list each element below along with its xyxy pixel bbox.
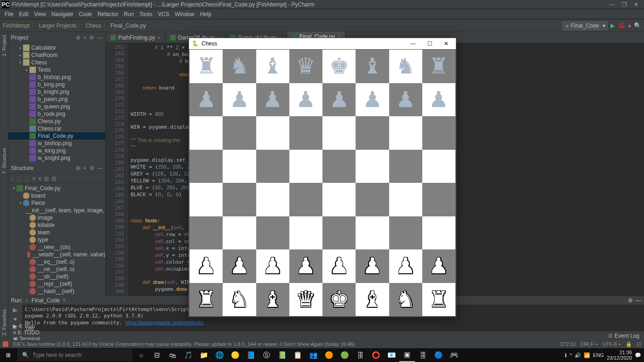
inspection-icon[interactable]: ☑ xyxy=(637,341,641,347)
volume-icon[interactable]: 🔊 xyxy=(575,352,581,358)
w_pawn-piece[interactable]: ♟ xyxy=(329,255,349,277)
chess-square[interactable]: ♟ xyxy=(190,83,223,117)
chess-square[interactable]: ♟ xyxy=(422,83,455,117)
cortana-icon[interactable]: ○ xyxy=(133,348,149,362)
structure-item[interactable]: ▾Final_Code.py xyxy=(8,185,105,192)
chess-square[interactable] xyxy=(322,216,356,250)
menu-refactor[interactable]: Refactor xyxy=(95,11,121,17)
chess-square[interactable]: ♟ xyxy=(289,249,322,283)
chess-square[interactable]: ♟ xyxy=(389,249,422,283)
chess-square[interactable]: ♟ xyxy=(422,249,455,283)
menu-run[interactable]: Run xyxy=(121,11,137,17)
settings-icon[interactable]: ⚙ xyxy=(89,165,94,171)
chess-square[interactable]: ♝ xyxy=(356,50,389,83)
chess-square[interactable]: ♟ xyxy=(356,249,389,283)
taskview-icon[interactable]: ⊟ xyxy=(149,348,165,362)
project-item[interactable]: ▸Tests xyxy=(8,66,105,74)
stop-icon[interactable]: ■ xyxy=(14,316,17,322)
structure-item[interactable]: team xyxy=(8,229,105,236)
blender-icon[interactable]: 🟠 xyxy=(321,348,337,362)
structure-item[interactable]: type xyxy=(8,236,105,243)
structure-tab[interactable]: 7: Structure xyxy=(1,148,7,174)
chess-square[interactable] xyxy=(190,116,223,150)
lock-icon[interactable]: 🔒 xyxy=(626,341,632,347)
search-icon[interactable]: 🔍 xyxy=(634,22,641,29)
skype-icon[interactable]: Ⓢ xyxy=(259,348,274,362)
w_king-piece[interactable]: ♚ xyxy=(329,288,349,311)
menu-window[interactable]: Window xyxy=(172,11,197,17)
chess-square[interactable] xyxy=(289,216,322,250)
chess-square[interactable]: ♚ xyxy=(322,50,356,83)
structure-item[interactable]: __ne__(self, o) xyxy=(8,266,105,273)
b_pawn-piece[interactable]: ♟ xyxy=(196,89,216,111)
chess-square[interactable]: ♟ xyxy=(289,83,322,117)
app1-icon[interactable]: 🔵 xyxy=(431,348,446,362)
pygame-maximize[interactable]: ☐ xyxy=(423,40,437,47)
menu-tools[interactable]: Tools xyxy=(137,11,155,17)
chess-square[interactable]: ♞ xyxy=(389,283,422,317)
chess-square[interactable] xyxy=(322,116,356,150)
chess-square[interactable]: ♝ xyxy=(256,50,289,83)
line-separator[interactable]: CRLF ÷ xyxy=(581,341,598,347)
menu-edit[interactable]: Edit xyxy=(16,11,31,17)
chess-square[interactable] xyxy=(389,183,422,216)
run-config-dropdown[interactable]: ▸Final_Code xyxy=(562,21,608,30)
w_pawn-piece[interactable]: ♟ xyxy=(230,255,249,277)
word-icon[interactable]: 📘 xyxy=(243,348,259,362)
hide-icon[interactable]: — xyxy=(636,297,641,304)
w_knight-piece[interactable]: ♞ xyxy=(230,288,249,311)
debug-icon[interactable]: 🐞 xyxy=(618,22,625,29)
chess-square[interactable] xyxy=(190,216,223,250)
chess-square[interactable] xyxy=(223,150,256,183)
project-tab[interactable]: 1: Project xyxy=(1,35,7,56)
chess-square[interactable] xyxy=(289,183,322,216)
bottom-tool[interactable]: ▶ 4: Run xyxy=(8,323,65,329)
close-button[interactable]: ✕ xyxy=(630,1,642,8)
b_pawn-piece[interactable]: ♟ xyxy=(263,89,282,111)
b_pawn-piece[interactable]: ♟ xyxy=(230,89,249,111)
chess-square[interactable] xyxy=(422,116,455,150)
w_rook-piece[interactable]: ♜ xyxy=(196,288,216,311)
file-encoding[interactable]: UTF-8 ÷ xyxy=(603,341,621,347)
b_pawn-piece[interactable]: ♟ xyxy=(329,89,349,111)
b_pawn-piece[interactable]: ♟ xyxy=(362,89,382,111)
menu-navigate[interactable]: Navigate xyxy=(49,11,76,17)
menu-file[interactable]: File xyxy=(2,11,16,17)
chess-square[interactable]: ♞ xyxy=(223,50,256,83)
chess-square[interactable] xyxy=(356,150,389,183)
structure-item[interactable]: __eq__(self, o) xyxy=(8,258,105,266)
project-item[interactable]: b_bishop.png xyxy=(8,74,105,81)
chess-square[interactable]: ♟ xyxy=(389,83,422,117)
start-button[interactable]: ⊞ xyxy=(0,348,17,362)
w_bishop-piece[interactable]: ♝ xyxy=(263,288,282,311)
music-icon[interactable]: 🎵 xyxy=(180,348,196,362)
app2-icon[interactable]: 🎮 xyxy=(446,348,462,362)
chess-square[interactable]: ♜ xyxy=(422,50,455,83)
editor-tab[interactable]: PathFinding.py× xyxy=(106,33,166,43)
chess-square[interactable]: ♟ xyxy=(322,249,356,283)
project-item[interactable]: Chess.rar xyxy=(8,125,105,132)
chess-square[interactable] xyxy=(289,150,322,183)
notifications-icon[interactable]: 💬 xyxy=(635,352,641,358)
structure-item[interactable]: __new__(cls) xyxy=(8,243,105,251)
pygame-close[interactable]: ✕ xyxy=(439,40,453,47)
stop-icon[interactable]: ■ xyxy=(628,23,631,28)
project-item[interactable]: ▸Calculator xyxy=(8,44,105,51)
chess-square[interactable] xyxy=(223,216,256,250)
w_pawn-piece[interactable]: ♟ xyxy=(296,255,316,277)
hide-icon[interactable]: — xyxy=(97,34,103,41)
tray-icon[interactable]: ℹ xyxy=(565,352,567,358)
settings-icon[interactable]: ⚙ xyxy=(89,34,94,41)
filter3-icon[interactable]: ≡ xyxy=(32,175,35,182)
project-item[interactable]: w_king.png xyxy=(8,147,105,154)
structure-item[interactable]: board xyxy=(8,192,105,199)
w_pawn-piece[interactable]: ♟ xyxy=(396,255,415,277)
w_rook-piece[interactable]: ♜ xyxy=(429,288,448,311)
chess-square[interactable]: ♟ xyxy=(256,249,289,283)
project-item[interactable]: w_bishop.png xyxy=(8,140,105,147)
b_pawn-piece[interactable]: ♟ xyxy=(296,89,316,111)
b_knight-piece[interactable]: ♞ xyxy=(396,55,415,77)
chess-square[interactable] xyxy=(422,216,455,250)
pygame-window[interactable]: 🐍 Chess — ☐ ✕ ♜♞♝♛♚♝♞♜♟♟♟♟♟♟♟♟♟♟♟♟♟♟♟♟♜♞… xyxy=(189,38,456,317)
project-item[interactable]: b_queen.png xyxy=(8,103,105,110)
